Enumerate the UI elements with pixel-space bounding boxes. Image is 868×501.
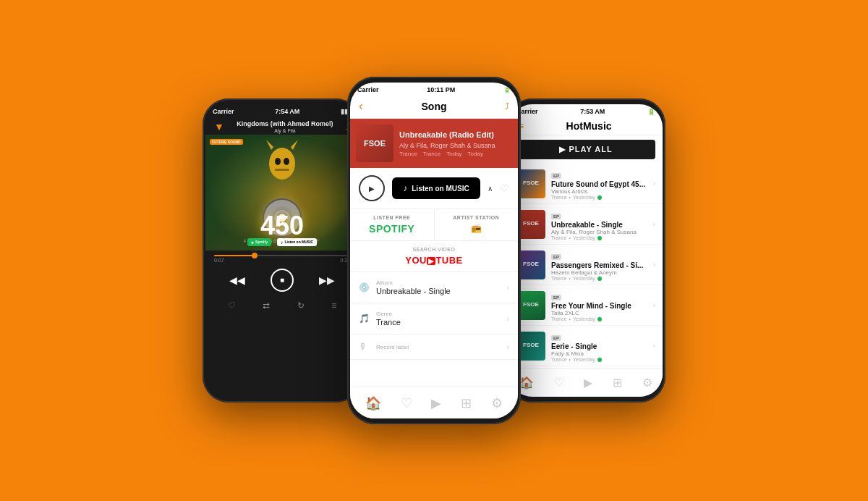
list-artist: Various Artists: [551, 188, 647, 195]
list-title: Eerie - Single: [551, 342, 647, 350]
progress-area: 0:07 0:23: [205, 250, 359, 264]
meta-bullet: •: [569, 276, 571, 281]
list-meta: Trance • Yesterday: [551, 195, 647, 200]
center-time: 10:11 PM: [427, 86, 455, 93]
list-info: EP Free Your Mind - Single Talla 2XLC Tr…: [551, 289, 647, 321]
spotify-available-dot: [597, 236, 602, 240]
album-chevron: ›: [507, 284, 509, 292]
left-album-art: FUTURE SOUND 450 FUTURE SOUND of EGYPT ●…: [205, 135, 359, 250]
listen-free-label: LISTEN FREE: [373, 215, 410, 220]
list-info: EP Unbreakable - Single Aly & Fila, Roge…: [551, 208, 647, 240]
play-button[interactable]: ▶: [359, 175, 385, 201]
center-status-bar: Carrier 10:11 PM 🔋: [350, 83, 518, 96]
tab-heart[interactable]: ♡: [401, 395, 412, 411]
forward-button[interactable]: ▶▶: [319, 274, 335, 286]
center-nav: ‹ Song ⤴: [350, 96, 518, 119]
spotify-available-dot: [597, 277, 602, 281]
list-icon[interactable]: ≡: [331, 300, 336, 311]
meta-bullet: •: [569, 195, 571, 200]
album-info-row[interactable]: 💿 Album Unbreakable - Single ›: [350, 272, 518, 303]
apple-music-badge[interactable]: ♪ Listen on MUSIC: [277, 238, 317, 246]
phone-center: Carrier 10:11 PM 🔋 ‹ Song ⤴ FSOE Unbreak…: [347, 77, 521, 424]
song-artist-name: Aly & Fila, Roger Shah & Susana: [399, 142, 512, 149]
list-item[interactable]: FSOE EP Passengers Remixed - Si... Hazem…: [509, 245, 663, 285]
record-label-row[interactable]: 🎙 Record label ›: [350, 334, 518, 360]
list-title: Passengers Remixed - Si...: [551, 261, 647, 269]
center-tab-bar: 🏠 ♡ ▶ ⊞ ⚙: [350, 387, 518, 418]
list-meta: Trance • Yesterday: [551, 276, 647, 281]
player-controls: ◀◀ ■ ▶▶: [205, 264, 359, 296]
repeat-icon[interactable]: ↻: [297, 300, 305, 311]
center-back-btn[interactable]: ‹: [359, 98, 363, 114]
left-status-bar: Carrier 7:54 AM ▮▮▮: [205, 104, 359, 117]
list-item[interactable]: FSOE EP Free Your Mind - Single Talla 2X…: [509, 285, 663, 326]
list-badge: EP: [551, 173, 561, 179]
list-meta: Trance • Yesterday: [551, 235, 647, 240]
youtube-logo: You▶Tube: [405, 255, 463, 266]
list-badge: EP: [551, 214, 561, 219]
right-tab-map[interactable]: ⊞: [613, 376, 622, 390]
song-meta: Trance Trance Today Today: [399, 151, 512, 157]
meta-genre: Trance: [551, 235, 567, 240]
heart-icon[interactable]: ♡: [228, 300, 236, 311]
list-thumb: FSOE: [516, 169, 545, 198]
meta-bullet: •: [569, 357, 571, 362]
right-tab-home[interactable]: 🏠: [519, 376, 534, 390]
list-info: EP Future Sound of Egypt 45... Various A…: [551, 167, 647, 200]
current-time: 0:07: [214, 258, 224, 263]
list-artist: Fady & Mina: [551, 350, 647, 357]
album-label: Album: [376, 279, 501, 286]
progress-times: 0:07 0:23: [214, 258, 350, 263]
list-item[interactable]: FSOE EP Eerie - Single Fady & Mina Tranc…: [509, 326, 663, 366]
left-song-title: Kingdoms (with Ahmed Romel): [224, 120, 346, 128]
apple-music-button[interactable]: ♪ Listen on MUSIC: [392, 177, 480, 199]
right-battery: 🔋: [647, 108, 655, 115]
meta-date: Yesterday: [573, 357, 595, 362]
song-name: Unbreakable (Radio Edit): [399, 130, 512, 140]
shuffle-icon[interactable]: ⇄: [263, 300, 270, 311]
anubis-figure: [253, 138, 311, 203]
left-screen: Carrier 7:54 AM ▮▮▮ ▼ Kingdoms (with Ahm…: [205, 104, 359, 397]
genre-content: Genre Trance: [376, 311, 501, 327]
progress-track[interactable]: [214, 255, 350, 256]
music-note-icon: ♪: [281, 240, 284, 245]
rewind-button[interactable]: ◀◀: [229, 274, 245, 286]
list-item[interactable]: FSOE EP Unbreakable - Single Aly & Fila,…: [509, 204, 663, 245]
spotify-badge[interactable]: ● Spotify: [247, 238, 271, 246]
progress-thumb[interactable]: [252, 253, 258, 258]
list-item[interactable]: FSOE EP Future Sound of Egypt 45... Vari…: [509, 164, 663, 204]
expand-icon[interactable]: ∧: [488, 185, 493, 193]
play-row: ▶ ♪ Listen on MUSIC ∧ ♡: [350, 168, 518, 209]
player-bottom-bar: ♡ ⇄ ↻ ≡: [205, 296, 359, 315]
meta-genre: Trance: [551, 276, 567, 281]
tab-settings[interactable]: ⚙: [491, 395, 503, 411]
spotify-available-dot: [597, 195, 602, 200]
tab-map[interactable]: ⊞: [461, 395, 472, 411]
list-meta: Trance • Yesterday: [551, 357, 647, 362]
center-nav-title: Song: [422, 101, 447, 112]
progress-fill: [214, 255, 255, 256]
list-chevron: ›: [653, 261, 655, 269]
play-all-button[interactable]: ▶ PLAY ALL: [516, 140, 655, 159]
tab-home[interactable]: 🏠: [365, 395, 381, 411]
phone-left: Carrier 7:54 AM ▮▮▮ ▼ Kingdoms (with Ahm…: [203, 98, 362, 403]
center-battery: 🔋: [503, 87, 511, 93]
artist-station-option[interactable]: ARTIST STATION 📻: [434, 209, 519, 240]
right-tab-heart[interactable]: ♡: [554, 376, 564, 390]
right-screen: Carrier 7:53 AM 🔋 ≡ HotMusic ▶ PLAY ALL …: [509, 104, 663, 397]
stop-button[interactable]: ■: [271, 269, 294, 292]
genre-info-row[interactable]: 🎵 Genre Trance ›: [350, 303, 518, 334]
left-back-btn[interactable]: ▼: [214, 121, 224, 132]
center-share-btn[interactable]: ⤴: [505, 101, 509, 111]
right-tab-settings[interactable]: ⚙: [642, 376, 652, 390]
radio-icon: 📻: [471, 223, 482, 233]
genre-chevron: ›: [507, 315, 509, 323]
like-icon[interactable]: ♡: [500, 182, 509, 194]
spotify-service-icon: Spotify: [369, 223, 414, 235]
tab-video[interactable]: ▶: [431, 395, 441, 411]
list-meta: Trance • Yesterday: [551, 316, 647, 321]
youtube-section[interactable]: SEARCH VIDEO You▶Tube: [350, 241, 518, 272]
listen-free-option[interactable]: LISTEN FREE Spotify: [350, 209, 434, 240]
right-tab-video[interactable]: ▶: [584, 376, 592, 390]
record-label-text: Record label: [376, 344, 501, 350]
